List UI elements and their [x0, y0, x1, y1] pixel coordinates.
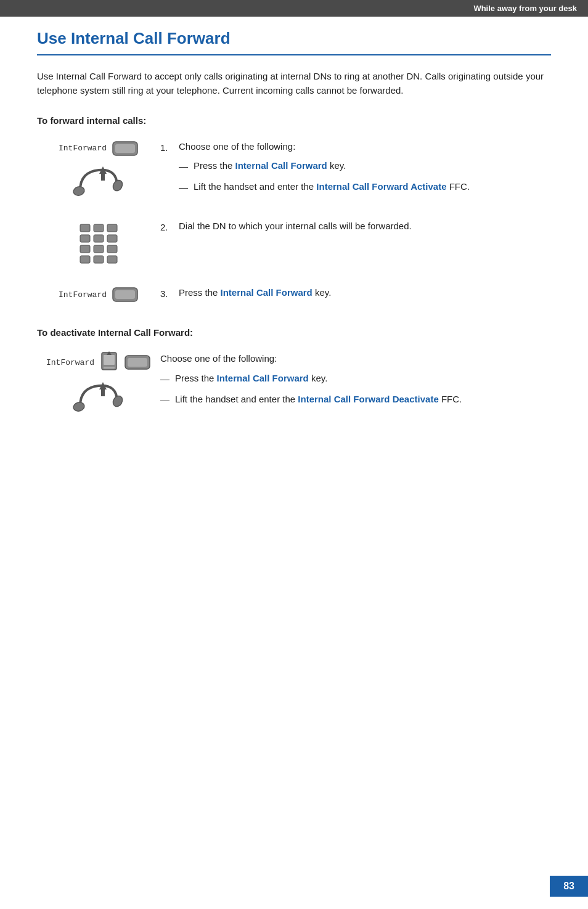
phone-alert-icon: [99, 351, 119, 373]
handset-up-arrow-icon-2: [71, 378, 126, 415]
svg-rect-1: [115, 144, 135, 153]
step-1-number: 1.: [160, 139, 179, 155]
svg-rect-10: [94, 235, 104, 242]
deactivate-row: IntForward: [37, 351, 551, 415]
svg-rect-9: [80, 235, 90, 242]
svg-rect-5: [101, 173, 105, 181]
svg-rect-7: [94, 224, 104, 232]
step-2-content: 2. Dial the DN to which your internal ca…: [160, 219, 551, 234]
step-1-images: IntForward: [37, 139, 160, 200]
step-3-number: 3.: [160, 285, 179, 301]
deact-b1-text: Press the Internal Call Forward key.: [175, 371, 327, 385]
dash-2: —: [179, 179, 194, 194]
step-1-bullet-1: — Press the Internal Call Forward key.: [179, 158, 470, 173]
svg-rect-15: [80, 256, 90, 263]
svg-rect-12: [80, 245, 90, 253]
svg-rect-19: [115, 290, 135, 299]
step-3-row: IntForward 3. Press the Internal Call Fo…: [37, 285, 551, 309]
step-2-number: 2.: [160, 219, 179, 234]
step-3-images: IntForward: [37, 285, 160, 309]
deact-b2-text: Lift the handset and enter the Internal …: [175, 392, 462, 406]
intforward-label-2: IntForward: [59, 290, 107, 300]
dash-1: —: [179, 158, 194, 173]
svg-rect-29: [101, 389, 105, 396]
deact-icon-row-1: IntForward: [46, 351, 151, 373]
svg-rect-14: [107, 245, 117, 253]
svg-rect-23: [104, 367, 115, 369]
forward-heading: To forward internal calls:: [37, 115, 551, 126]
svg-rect-13: [94, 245, 104, 253]
step-3-icon-row: IntForward: [59, 285, 139, 304]
step-1-intro: Choose one of the following:: [179, 141, 295, 152]
step-1-icon-row-1: IntForward: [59, 139, 139, 158]
header-title: While away from your desk: [473, 4, 577, 13]
svg-rect-8: [107, 224, 117, 232]
deact-bullet-2: — Lift the handset and enter the Interna…: [160, 392, 551, 407]
step-2-images: [37, 219, 160, 267]
page-title: Use Internal Call Forward: [37, 29, 551, 55]
svg-point-27: [111, 394, 124, 409]
page-content: Use Internal Call Forward Use Internal C…: [0, 17, 588, 465]
svg-rect-6: [80, 224, 90, 232]
step-1-content: 1. Choose one of the following: — Press …: [160, 139, 551, 201]
step-1-bullet-2: — Lift the handset and enter the Interna…: [179, 179, 470, 194]
svg-point-3: [111, 178, 124, 192]
svg-rect-21: [104, 355, 115, 365]
svg-rect-17: [107, 256, 117, 263]
header-bar: While away from your desk: [0, 0, 588, 17]
keypad-icon: [77, 221, 120, 264]
intro-text: Use Internal Call Forward to accept only…: [37, 69, 551, 98]
step-3-text: Press the Internal Call Forward key.: [179, 285, 331, 300]
page-number: 83: [550, 876, 588, 897]
deactivate-content: Choose one of the following: — Press the…: [160, 351, 551, 413]
step-1-icon-row-2: [71, 163, 126, 200]
phone-button-icon-1: [112, 139, 139, 158]
svg-rect-16: [94, 256, 104, 263]
deact-icon-row-2: [71, 378, 126, 415]
handset-up-arrow-icon-1: [71, 163, 126, 200]
step-3-content: 3. Press the Internal Call Forward key.: [160, 285, 551, 301]
step-1-b1-text: Press the Internal Call Forward key.: [194, 158, 346, 173]
deact-bullets: — Press the Internal Call Forward key. —…: [160, 371, 551, 407]
deactivate-images: IntForward: [37, 351, 160, 415]
step-1-row: IntForward: [37, 139, 551, 201]
step-1-b2-text: Lift the handset and enter the Internal …: [194, 179, 470, 194]
svg-point-2: [72, 185, 85, 196]
intforward-label-3: IntForward: [46, 358, 94, 367]
svg-rect-25: [128, 358, 147, 367]
phone-button-icon-3: [124, 353, 151, 372]
step-2-text: Dial the DN to which your internal calls…: [179, 219, 412, 233]
svg-rect-11: [107, 235, 117, 242]
deactivate-heading: To deactivate Internal Call Forward:: [37, 327, 551, 338]
deact-bullet-1: — Press the Internal Call Forward key.: [160, 371, 551, 386]
intforward-label-1: IntForward: [59, 144, 107, 153]
dash-3: —: [160, 371, 175, 386]
dash-4: —: [160, 392, 175, 407]
step-1-bullets: — Press the Internal Call Forward key. —…: [179, 158, 470, 195]
phone-button-icon-2: [112, 285, 139, 304]
step-2-row: 2. Dial the DN to which your internal ca…: [37, 219, 551, 267]
deact-intro: Choose one of the following:: [160, 353, 277, 364]
svg-point-26: [72, 401, 85, 412]
